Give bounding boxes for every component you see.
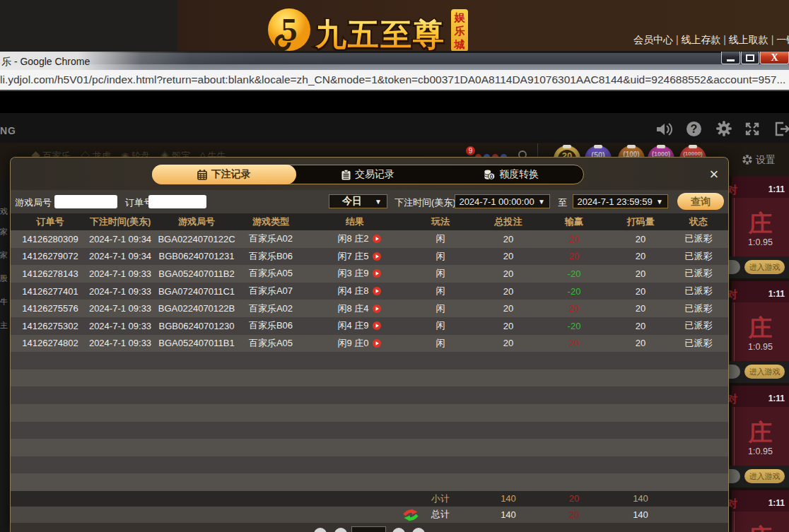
svg-text:0: 0 (490, 172, 493, 179)
